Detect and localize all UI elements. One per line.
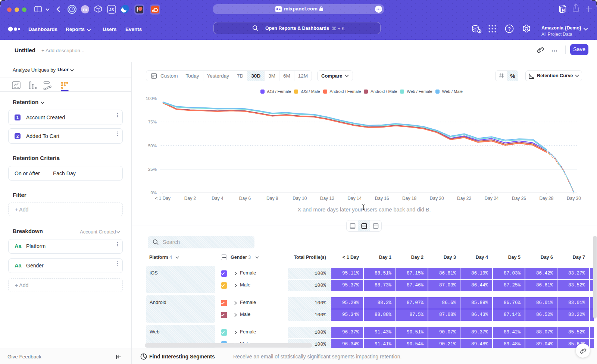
svg-text:Day 16: Day 16 [375,196,389,201]
svg-text:Day 22: Day 22 [457,196,471,201]
svg-text:75%: 75% [148,120,157,124]
svg-text:Day 26: Day 26 [512,196,526,201]
svg-text:?: ? [508,26,511,32]
svg-text:Day 10: Day 10 [293,196,307,201]
svg-text:Day 8: Day 8 [266,196,278,201]
svg-text:Day 2: Day 2 [184,196,196,201]
svg-text:50%: 50% [148,144,157,148]
svg-text:N: N [562,8,565,12]
svg-text:Day 28: Day 28 [539,196,553,201]
svg-text:25%: 25% [148,167,157,172]
svg-text:0%: 0% [150,191,157,195]
svg-text:< 1 Day: < 1 Day [155,196,171,201]
svg-text:Day 18: Day 18 [402,196,416,201]
svg-text:Day 20: Day 20 [430,196,444,201]
svg-text:Day 6: Day 6 [239,196,251,201]
svg-text:JS: JS [109,7,114,12]
svg-text:Day 24: Day 24 [484,196,498,201]
svg-text:100%: 100% [146,96,157,101]
svg-text:Day 30: Day 30 [567,196,581,201]
svg-text:Day 12: Day 12 [320,196,334,201]
svg-text:Day 4: Day 4 [212,196,224,201]
svg-text:m: m [83,7,87,12]
svg-text:Day 14: Day 14 [347,196,362,201]
